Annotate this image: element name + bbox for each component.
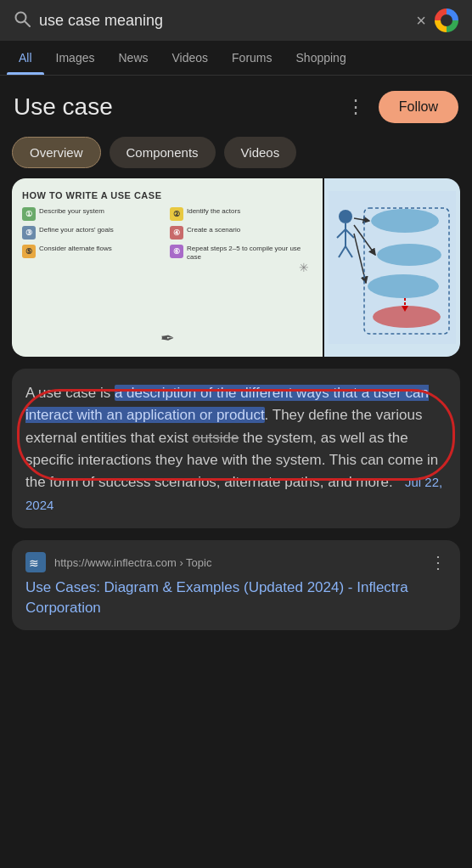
step-text-1: Describe your system bbox=[39, 207, 104, 216]
nav-tabs: All Images News Videos Forums Shopping bbox=[0, 41, 472, 76]
step-num-3: ③ bbox=[22, 226, 36, 240]
follow-button[interactable]: Follow bbox=[379, 91, 458, 123]
svg-line-1 bbox=[25, 21, 30, 26]
tab-shopping[interactable]: Shopping bbox=[284, 41, 358, 75]
step-text-2: Identify the actors bbox=[187, 207, 240, 216]
step-text-6: Repeat steps 2–5 to compile your use cas… bbox=[187, 245, 312, 262]
desc-spacer bbox=[397, 474, 405, 490]
diagram-image[interactable] bbox=[324, 178, 460, 357]
sub-tabs: Overview Components Videos bbox=[0, 133, 472, 178]
step-text-5: Consider alternate flows bbox=[39, 245, 112, 253]
tab-news[interactable]: News bbox=[106, 41, 160, 75]
step-6: ⑥ Repeat steps 2–5 to compile your use c… bbox=[170, 245, 312, 262]
svg-point-9 bbox=[371, 209, 439, 233]
search-clear-button[interactable]: × bbox=[416, 11, 426, 31]
subtab-components[interactable]: Components bbox=[110, 137, 216, 168]
entity-header: Use case ⋮ Follow bbox=[0, 76, 472, 133]
description-text: A use case is a description of the diffe… bbox=[25, 382, 447, 516]
how-to-image[interactable]: HOW TO WRITE A USE CASE ① Describe your … bbox=[12, 178, 323, 357]
use-case-diagram bbox=[329, 191, 456, 344]
step-num-2: ② bbox=[170, 207, 183, 221]
step-num-4: ④ bbox=[170, 226, 183, 240]
google-logo-inner bbox=[441, 14, 452, 26]
how-to-title: HOW TO WRITE A USE CASE bbox=[22, 190, 162, 200]
search-icon bbox=[14, 10, 31, 31]
source-left: ≋ https://www.inflectra.com › Topic bbox=[25, 552, 211, 572]
description-card: A use case is a description of the diffe… bbox=[12, 369, 460, 528]
svg-point-3 bbox=[339, 210, 352, 223]
svg-point-12 bbox=[373, 306, 441, 328]
tab-forums[interactable]: Forums bbox=[220, 41, 284, 75]
source-favicon: ≋ bbox=[25, 552, 46, 572]
tab-images[interactable]: Images bbox=[44, 41, 107, 75]
source-card[interactable]: ≋ https://www.inflectra.com › Topic ⋮ Us… bbox=[12, 540, 460, 630]
step-num-6: ⑥ bbox=[170, 245, 183, 258]
desc-strikethrough: outside bbox=[193, 430, 239, 446]
entity-header-right: ⋮ Follow bbox=[343, 91, 458, 123]
source-header: ≋ https://www.inflectra.com › Topic ⋮ bbox=[25, 552, 447, 572]
images-strip: HOW TO WRITE A USE CASE ① Describe your … bbox=[12, 178, 460, 357]
svg-point-10 bbox=[377, 244, 441, 266]
search-bar: use case meaning × bbox=[0, 0, 472, 41]
sparkle-icon: ✳ bbox=[299, 261, 309, 274]
svg-point-11 bbox=[368, 274, 439, 298]
step-4: ④ Create a scenario bbox=[170, 226, 312, 240]
source-url: https://www.inflectra.com › Topic bbox=[54, 556, 211, 569]
subtab-videos[interactable]: Videos bbox=[224, 137, 297, 168]
use-case-steps-grid: ① Describe your system ② Identify the ac… bbox=[22, 207, 312, 262]
entity-title: Use case bbox=[14, 93, 113, 121]
svg-text:≋: ≋ bbox=[29, 556, 39, 570]
desc-before: A use case is bbox=[25, 385, 115, 401]
step-num-5: ⑤ bbox=[22, 245, 36, 258]
step-3: ③ Define your actors' goals bbox=[22, 226, 165, 240]
pen-icon: ✒ bbox=[160, 328, 175, 348]
search-query: use case meaning bbox=[39, 12, 407, 30]
step-text-4: Create a scenario bbox=[187, 226, 240, 234]
tab-videos[interactable]: Videos bbox=[160, 41, 221, 75]
more-options-button[interactable]: ⋮ bbox=[343, 93, 368, 121]
step-text-3: Define your actors' goals bbox=[39, 226, 114, 234]
subtab-overview[interactable]: Overview bbox=[12, 137, 101, 168]
step-5: ⑤ Consider alternate flows bbox=[22, 245, 165, 262]
tab-all[interactable]: All bbox=[7, 41, 44, 75]
step-num-1: ① bbox=[22, 207, 36, 221]
google-logo bbox=[435, 8, 458, 32]
source-title[interactable]: Use Cases: Diagram & Examples (Updated 2… bbox=[25, 578, 447, 618]
source-more-button[interactable]: ⋮ bbox=[430, 552, 447, 572]
step-1: ① Describe your system bbox=[22, 207, 165, 221]
step-2: ② Identify the actors bbox=[170, 207, 312, 221]
